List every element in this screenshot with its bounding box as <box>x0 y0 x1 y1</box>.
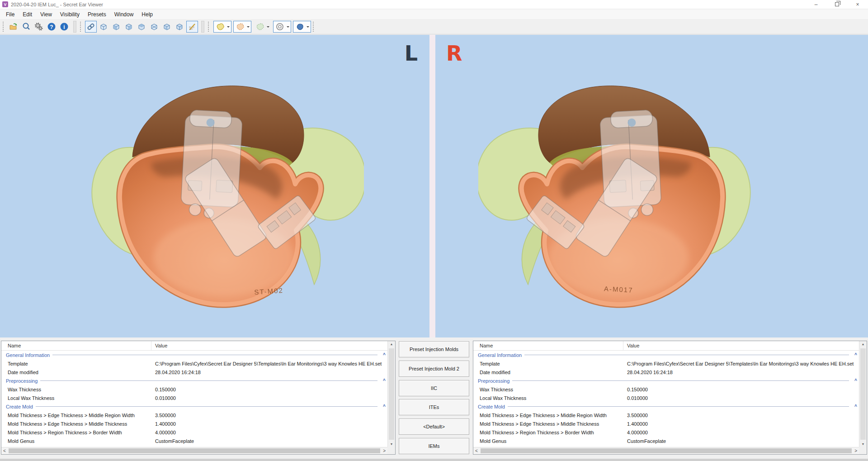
menu-item-edit[interactable]: Edit <box>19 10 36 19</box>
menu-item-visibility[interactable]: Visibility <box>56 10 84 19</box>
horizontal-scroll-thumb[interactable] <box>481 448 852 453</box>
vent-layer-toggle[interactable] <box>273 21 291 33</box>
minimize-button[interactable]: – <box>806 0 826 9</box>
preset-button-iems[interactable]: IEMs <box>399 438 469 454</box>
scroll-right-icon[interactable]: > <box>383 448 386 453</box>
toolbar-grip[interactable] <box>208 22 211 32</box>
menu-item-help[interactable]: Help <box>137 10 157 19</box>
menu-item-presets[interactable]: Presets <box>84 10 110 19</box>
impression-layer-toggle[interactable] <box>213 21 231 33</box>
preset-button-default[interactable]: <Default> <box>399 418 469 435</box>
column-header-value[interactable]: Value <box>623 343 639 348</box>
collapse-caret-icon[interactable]: ^ <box>853 352 859 357</box>
maximize-button[interactable] <box>826 0 847 9</box>
section-row[interactable]: Create Mold^ <box>473 402 859 411</box>
view-cube-button-7[interactable] <box>174 21 185 33</box>
property-name: Mold Thickness > Edge Thickness > Middle… <box>1 413 151 418</box>
property-row[interactable]: Mold GenusCustomFaceplate <box>1 437 387 445</box>
section-row[interactable]: Create Mold^ <box>1 402 387 411</box>
preset-button-iic[interactable]: IIC <box>399 380 469 396</box>
wax-layer-toggle[interactable] <box>253 21 271 33</box>
left-ear-model: ST-M02 <box>75 58 364 330</box>
electronics-layer-toggle[interactable] <box>293 21 311 33</box>
viewport-divider[interactable] <box>429 35 435 337</box>
toolbar-grip[interactable] <box>80 22 83 32</box>
3d-viewport-left[interactable]: L ST-M02 <box>0 35 429 337</box>
preset-button-ites[interactable]: ITEs <box>399 399 469 415</box>
property-row[interactable]: Date modified28.04.2020 16:24:18 <box>473 368 859 376</box>
settings-gears-icon <box>34 22 43 31</box>
vertical-scroll-thumb[interactable] <box>860 348 866 440</box>
shell-layer-icon <box>235 22 245 31</box>
scroll-left-icon[interactable]: < <box>3 448 6 453</box>
info-button[interactable]: i <box>58 21 70 33</box>
property-row[interactable]: Mold Thickness > Edge Thickness > Middle… <box>473 419 859 428</box>
view-cube-button-6[interactable] <box>161 21 173 33</box>
scroll-down-icon[interactable]: ▼ <box>390 442 393 446</box>
menu-item-file[interactable]: File <box>2 10 19 19</box>
scroll-up-icon[interactable]: ▲ <box>390 342 393 346</box>
property-row[interactable]: Mold Thickness > Region Thickness > Bord… <box>1 428 387 437</box>
shell-layer-toggle[interactable] <box>233 21 251 33</box>
view-cube-button-3[interactable] <box>123 21 135 33</box>
dropdown-arrow-icon <box>227 26 230 29</box>
collapse-caret-icon[interactable]: ^ <box>381 378 387 383</box>
section-label: Create Mold <box>473 404 505 409</box>
view-cube-icon-3 <box>124 22 133 31</box>
column-header-name[interactable]: Name <box>1 341 151 350</box>
horizontal-scroll-thumb[interactable] <box>9 448 380 453</box>
property-name: Template <box>1 361 151 366</box>
menu-item-view[interactable]: View <box>36 10 56 19</box>
preset-button-preset-injection-molds[interactable]: Preset Injection Molds <box>399 341 469 357</box>
collapse-caret-icon[interactable]: ^ <box>381 404 387 409</box>
view-cube-button-1[interactable] <box>98 21 109 33</box>
property-name: Date modified <box>1 370 151 375</box>
menu-item-window[interactable]: Window <box>110 10 138 19</box>
view-cube-button-5[interactable] <box>148 21 160 33</box>
column-header-value[interactable]: Value <box>151 343 167 348</box>
property-row[interactable]: Mold Thickness > Edge Thickness > Middle… <box>473 411 859 419</box>
scroll-left-icon[interactable]: < <box>475 448 478 453</box>
property-row[interactable]: Mold Thickness > Edge Thickness > Middle… <box>1 419 387 428</box>
view-cube-button-2[interactable] <box>110 21 122 33</box>
preset-button-preset-injection-mold-2[interactable]: Preset Injection Mold 2 <box>399 361 469 377</box>
scroll-up-icon[interactable]: ▲ <box>862 342 865 346</box>
toolbar-grip[interactable] <box>313 22 316 32</box>
property-row[interactable]: Mold Thickness > Region Thickness > Bord… <box>473 428 859 437</box>
help-button[interactable]: ? <box>46 21 57 33</box>
view-cube-button-4[interactable] <box>136 21 147 33</box>
section-row[interactable]: General Information^ <box>473 351 859 359</box>
vertical-scroll-thumb[interactable] <box>389 348 394 440</box>
vertical-scrollbar[interactable]: ▲▼ <box>859 341 867 447</box>
property-row[interactable]: Wax Thickness0.150000 <box>473 385 859 394</box>
property-row[interactable]: TemplateC:\Program Files\Cyfex\Secret Ea… <box>1 359 387 368</box>
open-project-button[interactable] <box>8 21 19 33</box>
scroll-right-icon[interactable]: > <box>854 448 857 453</box>
horizontal-scrollbar[interactable]: <> <box>473 447 859 454</box>
settings-button[interactable] <box>33 21 45 33</box>
property-row[interactable]: Mold Thickness > Edge Thickness > Middle… <box>1 411 387 419</box>
scroll-down-icon[interactable]: ▼ <box>862 442 865 446</box>
dropdown-arrow-icon <box>267 26 269 29</box>
collapse-caret-icon[interactable]: ^ <box>381 352 387 357</box>
property-row[interactable]: Date modified28.04.2020 16:24:18 <box>1 368 387 376</box>
zoom-button[interactable] <box>20 21 32 33</box>
collapse-caret-icon[interactable]: ^ <box>853 404 859 409</box>
property-row[interactable]: TemplateC:\Program Files\Cyfex\Secret Ea… <box>473 359 859 368</box>
horizontal-scrollbar[interactable]: <> <box>1 447 387 454</box>
property-row[interactable]: Local Wax Thickness0.010000 <box>473 394 859 402</box>
toolbar-grip[interactable] <box>3 22 5 32</box>
link-views-button[interactable] <box>85 21 97 33</box>
vertical-scrollbar[interactable]: ▲▼ <box>387 341 395 447</box>
column-header-name[interactable]: Name <box>473 341 623 350</box>
3d-viewport-right[interactable]: R A-M017 <box>435 35 868 337</box>
section-row[interactable]: Preprocessing^ <box>473 376 859 385</box>
property-row[interactable]: Wax Thickness0.150000 <box>1 385 387 394</box>
close-button[interactable]: × <box>847 0 868 9</box>
property-row[interactable]: Local Wax Thickness0.010000 <box>1 394 387 402</box>
collapse-caret-icon[interactable]: ^ <box>853 378 859 383</box>
section-row[interactable]: General Information^ <box>1 351 387 359</box>
section-row[interactable]: Preprocessing^ <box>1 376 387 385</box>
property-row[interactable]: Mold GenusCustomFaceplate <box>473 437 859 445</box>
measure-grid-button[interactable] <box>186 21 198 33</box>
